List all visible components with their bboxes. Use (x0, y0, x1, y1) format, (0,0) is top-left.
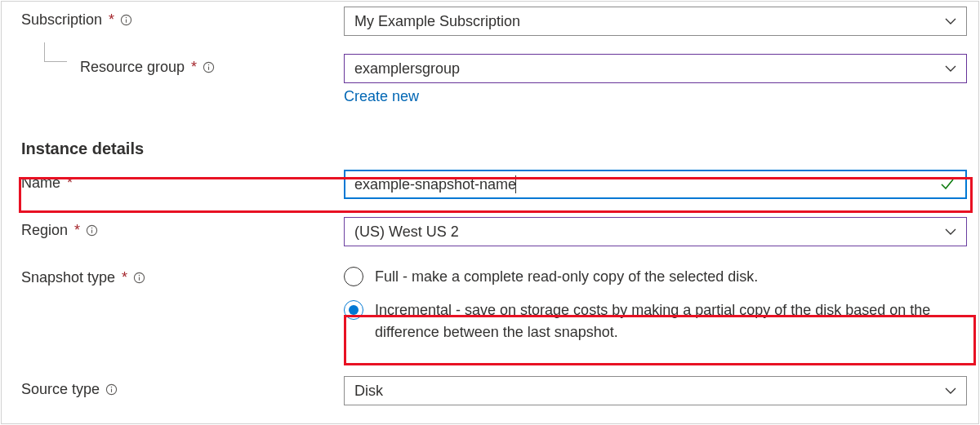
name-value: example-snapshot-name (354, 176, 516, 193)
required-asterisk: * (122, 269, 127, 286)
subscription-select[interactable]: My Example Subscription (344, 7, 967, 36)
snapshot-type-label-col: Snapshot type * (21, 264, 344, 286)
subscription-label: Subscription (21, 11, 102, 29)
create-snapshot-form: Subscription * My Example Subscription (1, 1, 979, 424)
radio-icon (344, 267, 363, 286)
resource-group-row: Resource group * examplersgroup Create n… (21, 54, 970, 108)
svg-point-8 (91, 228, 92, 229)
snapshot-type-label: Snapshot type (21, 269, 115, 286)
svg-point-14 (110, 387, 112, 388)
create-new-link[interactable]: Create new (344, 83, 967, 108)
text-caret (515, 175, 516, 193)
check-icon (939, 176, 956, 193)
required-asterisk: * (191, 59, 197, 76)
info-icon[interactable] (105, 383, 118, 396)
svg-point-2 (125, 17, 127, 19)
name-row: Name * example-snapshot-name (21, 170, 970, 199)
required-asterisk: * (109, 11, 114, 29)
chevron-down-icon (943, 14, 958, 29)
region-row: Region * (US) West US 2 (21, 217, 970, 246)
resource-group-value: examplersgroup (354, 60, 460, 77)
svg-point-5 (207, 64, 209, 66)
info-icon[interactable] (85, 224, 98, 237)
info-icon[interactable] (132, 272, 145, 285)
source-type-label-col: Source type (21, 376, 344, 398)
name-label: Name (21, 175, 60, 192)
snapshot-type-incremental-option[interactable]: Incremental - save on storage costs by m… (344, 298, 967, 345)
region-value: (US) West US 2 (354, 224, 459, 241)
radio-dot (349, 305, 359, 315)
tree-elbow (44, 42, 67, 62)
resource-group-select[interactable]: examplersgroup (344, 54, 967, 83)
snapshot-type-full-text: Full - make a complete read-only copy of… (375, 266, 761, 288)
source-type-value: Disk (354, 383, 383, 400)
svg-point-11 (138, 275, 140, 277)
name-input[interactable]: example-snapshot-name (344, 170, 967, 199)
info-icon[interactable] (202, 61, 215, 74)
chevron-down-icon (943, 224, 958, 239)
snapshot-type-incremental-text: Incremental - save on storage costs by m… (375, 299, 967, 343)
name-label-col: Name * (21, 170, 344, 192)
chevron-down-icon (943, 383, 958, 398)
region-label-col: Region * (21, 217, 344, 239)
subscription-value: My Example Subscription (354, 13, 520, 30)
snapshot-type-full-option[interactable]: Full - make a complete read-only copy of… (344, 264, 967, 290)
subscription-row: Subscription * My Example Subscription (21, 7, 970, 36)
region-select[interactable]: (US) West US 2 (344, 217, 967, 246)
source-type-label: Source type (21, 381, 100, 398)
source-type-row: Source type Disk (21, 376, 970, 405)
source-type-select[interactable]: Disk (344, 376, 967, 405)
subscription-label-col: Subscription * (21, 7, 344, 29)
required-asterisk: * (74, 222, 80, 239)
resource-group-label-col: Resource group * (21, 54, 344, 76)
region-label: Region (21, 222, 68, 239)
chevron-down-icon (943, 61, 958, 76)
instance-details-heading: Instance details (21, 139, 970, 158)
info-icon[interactable] (119, 14, 132, 27)
required-asterisk: * (67, 175, 73, 192)
radio-icon (344, 300, 363, 320)
resource-group-label: Resource group (80, 59, 185, 76)
snapshot-type-row: Snapshot type * Full - make a complete r… (21, 264, 970, 345)
